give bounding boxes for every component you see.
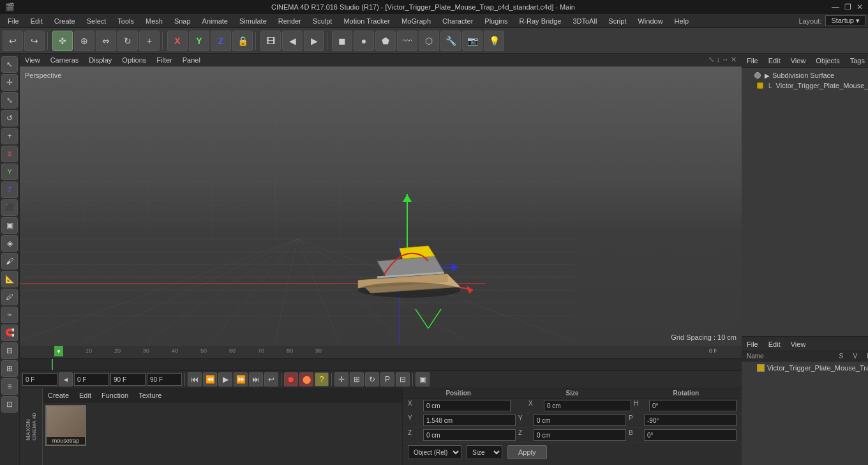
menu-create[interactable]: Create (49, 16, 80, 26)
polygon-mode-button[interactable]: ⬛ (1, 199, 18, 216)
scale-tool-button[interactable]: ⇔ (96, 31, 116, 51)
obj-bottom-file[interactable]: File (747, 340, 758, 348)
size-y-field[interactable] (534, 415, 626, 426)
loop-button[interactable]: ↩ (264, 372, 278, 386)
play-button[interactable]: ▶ (218, 372, 232, 386)
layout-dropdown[interactable]: Startup ▾ (825, 15, 865, 26)
record-auto-button[interactable]: ? (315, 372, 329, 386)
light-button[interactable]: 💡 (484, 31, 504, 51)
mat-menu-function[interactable]: Function (101, 392, 128, 399)
menu-sculpt[interactable]: Sculpt (308, 16, 338, 26)
measure-tool-button[interactable]: 📐 (1, 271, 18, 287)
step-forward-button[interactable]: ⏩ (234, 372, 248, 386)
position-y-field[interactable] (423, 415, 516, 426)
z-axis-button[interactable]: Z (211, 31, 231, 51)
menu-render[interactable]: Render (273, 16, 306, 26)
point-mode-button[interactable]: ◈ (1, 235, 18, 252)
scale-tool-left[interactable]: ⤡ (1, 92, 18, 109)
add-object-button[interactable]: + (139, 31, 160, 51)
key-add-button[interactable]: ✛ (334, 372, 348, 386)
menu-help[interactable]: Help (670, 16, 694, 26)
viewport-menu-filter[interactable]: Filter (156, 56, 172, 64)
lock-button[interactable]: 🔒 (232, 31, 253, 51)
x-btn-left[interactable]: X (1, 146, 18, 162)
sculpt-mode-button[interactable]: 🖌 (1, 253, 18, 270)
cylinder-button[interactable]: ⬟ (375, 31, 396, 51)
rotate-tool-left[interactable]: ↺ (1, 110, 18, 126)
go-to-end-button[interactable]: ⏭ (249, 372, 263, 386)
motion-clip-button[interactable]: ▣ (415, 372, 430, 386)
move-tool-left[interactable]: ✛ (1, 74, 18, 91)
size-mode-dropdown[interactable]: Size Scale (467, 445, 502, 459)
minimize-button[interactable]: — (832, 3, 839, 11)
menu-select[interactable]: Select (82, 16, 112, 26)
obj-row-victor[interactable]: Victor_Trigger_Plate_Mouse_Trap ● 👁 ⋯ M … (744, 363, 868, 373)
menu-simulate[interactable]: Simulate (234, 16, 272, 26)
paint-tool-button[interactable]: 🖊 (1, 289, 18, 305)
go-to-start-button[interactable]: ⏮ (188, 372, 202, 386)
menu-file[interactable]: File (3, 16, 24, 26)
obj-top-edit[interactable]: Edit (768, 57, 781, 65)
menu-script[interactable]: Script (603, 16, 631, 26)
start-frame-field[interactable] (74, 373, 109, 386)
key-move-button[interactable]: ⊞ (350, 372, 364, 386)
menu-snap[interactable]: Snap (169, 16, 196, 26)
redo-button[interactable]: ↪ (24, 31, 45, 51)
menu-character[interactable]: Character (437, 16, 478, 26)
key-rotate-button[interactable]: ↻ (365, 372, 379, 386)
step-back-button[interactable]: ⏪ (203, 372, 217, 386)
cube-button[interactable]: ◼ (332, 31, 352, 51)
nurbs-button[interactable]: 〰 (397, 31, 417, 51)
end-frame-display-field[interactable] (147, 373, 182, 386)
add-tool-left[interactable]: + (1, 128, 18, 144)
maximize-button[interactable]: ❐ (844, 3, 851, 11)
size-z-field[interactable] (534, 429, 626, 441)
y-btn-left[interactable]: Y (1, 164, 18, 180)
position-z-field[interactable] (423, 429, 516, 441)
rotation-p-field[interactable] (644, 415, 737, 426)
menu-animate[interactable]: Animate (197, 16, 233, 26)
layers-tool-button[interactable]: ≡ (1, 378, 18, 395)
menu-mesh[interactable]: Mesh (140, 16, 168, 26)
deformer-button[interactable]: 🔧 (440, 31, 461, 51)
obj-bottom-view[interactable]: View (791, 340, 806, 348)
obj-item-subdivision[interactable]: ▶ Subdivision Surface ✓ (744, 70, 868, 80)
smooth-tool-button[interactable]: ≈ (1, 307, 18, 323)
polygon-button[interactable]: ⬡ (419, 31, 439, 51)
mat-menu-texture[interactable]: Texture (138, 392, 161, 399)
mat-menu-edit[interactable]: Edit (79, 392, 91, 399)
key-all-button[interactable]: ⊟ (396, 372, 410, 386)
position-x-field[interactable] (423, 400, 511, 411)
viewport-menu-display[interactable]: Display (89, 56, 112, 64)
menu-mograph[interactable]: MoGraph (396, 16, 436, 26)
undo-button[interactable]: ↩ (3, 31, 23, 51)
viewport-menu-options[interactable]: Options (122, 56, 146, 64)
obj-bottom-edit[interactable]: Edit (768, 340, 781, 348)
viewport-menu-cameras[interactable]: Cameras (50, 56, 79, 64)
record-all-button[interactable]: ⬤ (299, 372, 313, 386)
move-tool-button[interactable]: ⊕ (74, 31, 94, 51)
cursor-tool-button[interactable]: ✜ (52, 31, 73, 51)
obj-top-objects[interactable]: Objects (816, 57, 839, 65)
z-btn-left[interactable]: Z (1, 181, 18, 198)
menu-edit[interactable]: Edit (26, 16, 48, 26)
floor-tool-button[interactable]: ⊟ (1, 342, 18, 359)
material-thumbnail-mousetrap[interactable]: mousetrap (45, 405, 86, 446)
frame-step-down-button[interactable]: ◂ (59, 372, 73, 386)
render-region-button[interactable]: ⊡ (1, 396, 18, 413)
menu-window[interactable]: Window (632, 16, 668, 26)
obj-item-victor[interactable]: L Victor_Trigger_Plate_Mouse_Trap ●● (744, 80, 868, 91)
obj-top-file[interactable]: File (747, 57, 758, 65)
viewport-menu-panel[interactable]: Panel (183, 56, 200, 64)
menu-3dtoall[interactable]: 3DToAll (567, 16, 602, 26)
viewport-3d[interactable]: X Y Z (20, 66, 742, 346)
y-axis-button[interactable]: Y (189, 31, 209, 51)
rotation-b-field[interactable] (644, 429, 737, 441)
magnet-tool-button[interactable]: 🧲 (1, 324, 18, 341)
viewport-menu-view[interactable]: View (25, 56, 40, 64)
rotation-h-field[interactable] (649, 400, 737, 411)
select-tool-button[interactable]: ↖ (1, 56, 18, 73)
play-back-button[interactable]: ◀ (282, 31, 303, 51)
end-frame-field[interactable] (110, 373, 146, 386)
timeline-ruler[interactable]: 0 10 20 30 40 50 60 70 80 90 ▼ 0 F (20, 346, 742, 359)
